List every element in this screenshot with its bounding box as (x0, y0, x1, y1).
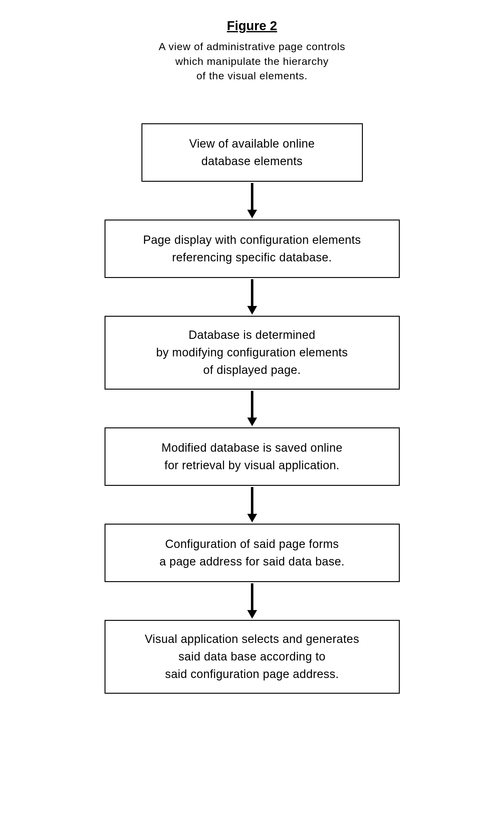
flow-step-text: Page display with configuration elements… (143, 231, 361, 266)
arrow-down-icon (251, 583, 253, 619)
flow-step-4: Configuration of said page forms a page … (105, 524, 400, 582)
flow-step-text: Database is determined by modifying conf… (156, 326, 348, 379)
flow-step-2: Database is determined by modifying conf… (105, 316, 400, 390)
figure-title: Figure 2 (227, 18, 277, 33)
flow-step-0: View of available online database elemen… (141, 123, 363, 182)
diagram-container: Figure 2 A view of administrative page c… (0, 18, 504, 694)
arrow-down-icon (251, 279, 253, 315)
flowchart: View of available online database elemen… (105, 123, 400, 694)
flow-step-text: View of available online database elemen… (189, 135, 315, 170)
figure-caption: A view of administrative page controls w… (159, 39, 345, 83)
flow-step-3: Modified database is saved online for re… (105, 427, 400, 486)
arrow-down-icon (251, 183, 253, 218)
arrow-down-icon (251, 391, 253, 426)
flow-step-text: Modified database is saved online for re… (161, 439, 343, 474)
flow-step-text: Configuration of said page forms a page … (159, 535, 344, 570)
flow-step-text: Visual application selects and generates… (145, 630, 359, 683)
flow-step-1: Page display with configuration elements… (105, 220, 400, 278)
arrow-down-icon (251, 487, 253, 522)
flow-step-5: Visual application selects and generates… (105, 620, 400, 694)
